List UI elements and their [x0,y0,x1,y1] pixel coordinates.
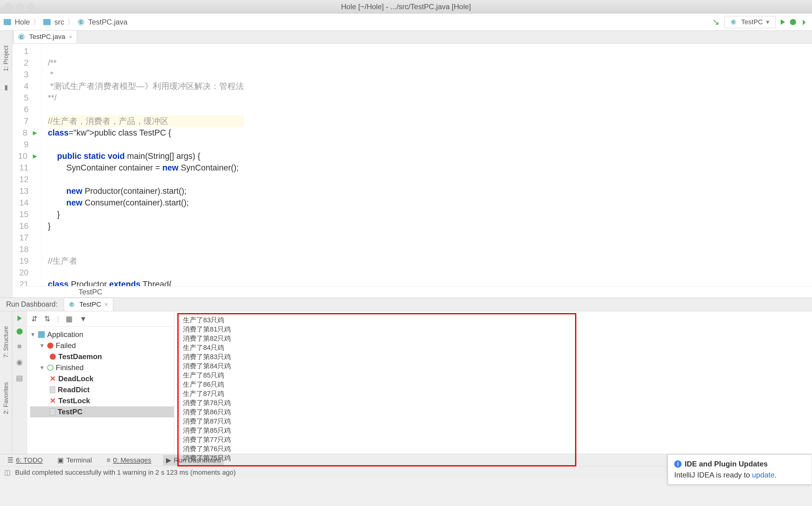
gutter[interactable]: 12345678▶910▶111213141516171819202122 [12,44,42,286]
window-controls[interactable] [0,3,34,10]
close-icon[interactable]: × [104,301,108,309]
coverage-icon[interactable]: ⏵ [801,18,808,26]
terminal-tool[interactable]: ▣ Terminal [54,455,95,466]
folder-icon [43,19,51,25]
close-icon[interactable]: × [69,33,72,40]
update-link[interactable]: update [752,471,774,479]
code-editor[interactable]: 12345678▶910▶111213141516171819202122 /*… [12,44,812,286]
toggle-tools-icon[interactable]: ◫ [4,469,11,477]
dashboard-actions: ■ ◉ ▤ [12,311,27,454]
source[interactable]: /** * *测试生产者消费者模型—》利用缓冲区解决：管程法**/ //生产者，… [42,44,244,286]
filter-icon[interactable]: ▼ [79,315,87,323]
tab-label: TestPC.java [29,33,65,41]
stop-icon[interactable]: ■ [17,342,22,350]
status-message: Build completed successfully with 1 warn… [15,469,236,477]
java-class-icon: C [69,302,75,307]
run-config-select[interactable]: C TestPC ▾ [724,16,776,28]
dashboard-tree[interactable]: ▼ Application▼ Failed TestDaemon▼ Finish… [27,327,174,454]
camera-icon[interactable]: ◉ [16,358,23,366]
console: 生产了83只鸡消费了第81只鸡消费了第82只鸡生产了84只鸡消费了第83只鸡消费… [174,311,812,454]
java-class-icon: C [731,19,736,25]
chevron-right-icon: 〉 [33,17,40,27]
run-config-label: TestPC [741,18,763,26]
project-tool-tab[interactable]: 1: Project [2,46,9,71]
structure-tool-tab[interactable]: 7: Structure [2,326,9,357]
console-output[interactable]: 生产了83只鸡消费了第81只鸡消费了第82只鸡生产了84只鸡消费了第83只鸡消费… [177,313,576,467]
notification-popup[interactable]: iIDE and Plugin Updates IntelliJ IDEA is… [668,454,812,485]
window-title: Hole [~/Hole] - .../src/TestPC.java [Hol… [341,2,471,11]
java-class-icon: C [18,33,25,40]
favorites-tool-tab[interactable]: 2: Favorites [2,382,9,414]
group-icon[interactable]: ▦ [66,315,73,323]
folder-icon [4,19,11,25]
messages-tool[interactable]: ≡ 0: Messages [103,455,154,466]
chevron-down-icon: ▾ [766,18,769,26]
java-class-icon: C [78,19,84,25]
run-icon[interactable] [17,316,22,321]
bookmark-icon[interactable]: ▮ [4,83,8,91]
panel-title: Run Dashboard: [0,300,64,309]
run-icon[interactable] [781,19,785,25]
expand-icon[interactable]: ⇵ [31,315,38,323]
dashboard-tab-label: TestPC [79,301,101,309]
editor-tabs: C TestPC.java × [12,31,812,44]
run-dashboard-panel: Run Dashboard: C TestPC × 7: Structure 2… [0,298,812,454]
collapse-icon[interactable]: ⇅ [44,315,50,323]
debug-icon[interactable] [16,328,23,335]
crumb-root[interactable]: Hole [15,18,30,26]
debug-icon[interactable] [790,19,796,25]
left-tool-rail-lower: 7: Structure 2: Favorites [0,311,12,454]
left-tool-rail: 1: Project ▮ [0,31,12,298]
navigation-bar: Hole 〉 src 〉 C TestPC.java ↘ C TestPC ▾ … [0,13,812,31]
dashboard-tab[interactable]: C TestPC × [64,298,114,311]
layout-icon[interactable]: ▤ [16,374,23,383]
build-icon[interactable]: ↘ [712,17,719,27]
dashboard-toolbar: ⇵ ⇅ | ▦ ▼ [27,311,174,327]
file-tab[interactable]: C TestPC.java × [13,30,77,43]
chevron-right-icon: 〉 [67,17,75,27]
titlebar: Hole [~/Hole] - .../src/TestPC.java [Hol… [0,0,812,13]
crumb-file[interactable]: TestPC.java [88,18,127,26]
breadcrumb[interactable]: Hole 〉 src 〉 C TestPC.java [4,17,127,27]
todo-tool[interactable]: ☰ 6: TODO [4,455,46,466]
notif-title: IDE and Plugin Updates [685,460,768,468]
notif-body: IntelliJ IDEA is ready to [674,471,752,479]
info-icon: i [674,460,681,468]
editor-breadcrumb[interactable]: TestPC [12,286,812,298]
crumb-folder[interactable]: src [54,18,64,26]
